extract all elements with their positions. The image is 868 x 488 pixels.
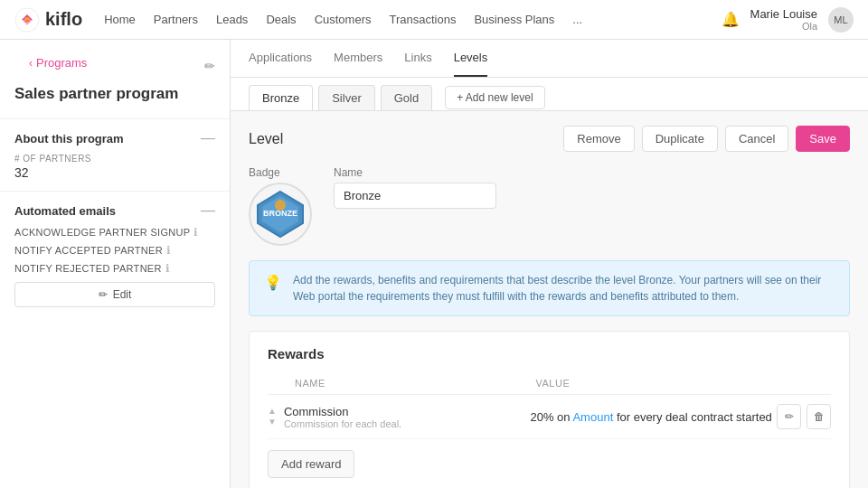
rewards-section: Rewards NAME VALUE ▲ ▼ Commission Commis… <box>249 331 850 488</box>
about-section-title: About this program <box>14 132 124 145</box>
left-sidebar: ‹ Programs ✏ Sales partner program About… <box>0 40 231 488</box>
name-label: Name <box>334 166 496 179</box>
info-box: 💡 Add the rewards, benefits and requirem… <box>249 260 850 316</box>
name-input[interactable] <box>334 183 496 209</box>
level-header: Level Remove Duplicate Cancel Save <box>249 126 850 152</box>
reward-edit-button[interactable]: ✏ <box>777 404 801 429</box>
nav-links: Home Partners Leads Deals Customers Tran… <box>104 13 721 26</box>
info-text: Add the rewards, benefits and requiremen… <box>293 272 835 305</box>
program-title: Sales partner program <box>0 84 230 118</box>
rewards-col-value: VALUE <box>536 378 778 389</box>
sort-down-icon[interactable]: ▼ <box>268 418 277 427</box>
emails-section-title: Automated emails <box>14 204 116 218</box>
emails-section-header: Automated emails — <box>14 202 215 219</box>
reward-name: Commission <box>284 405 531 418</box>
edit-pencil-icon: ✏ <box>99 288 108 301</box>
email-item-3: NOTIFY REJECTED PARTNER ℹ <box>14 262 215 275</box>
reward-sub: Commission for each deal. <box>284 418 531 429</box>
user-name: Marie Louise <box>750 7 817 21</box>
rewards-title: Rewards <box>268 346 831 361</box>
email-label-3: NOTIFY REJECTED PARTNER <box>14 263 162 274</box>
sort-up-icon[interactable]: ▲ <box>268 407 277 416</box>
about-section-header: About this program — <box>14 130 215 146</box>
email-info-icon-2[interactable]: ℹ <box>166 244 171 257</box>
info-lightbulb-icon: 💡 <box>264 274 282 291</box>
reward-row-actions: ✏ 🗑 <box>777 404 831 429</box>
back-label: Programs <box>36 56 87 70</box>
avatar: ML <box>828 7 854 33</box>
sidebar-header-row: ‹ Programs ✏ <box>0 51 230 84</box>
name-field-group: Name <box>334 166 496 209</box>
email-label-1: ACKNOWLEDGE PARTNER SIGNUP <box>14 227 190 238</box>
email-info-icon-1[interactable]: ℹ <box>193 226 198 239</box>
partners-count: 32 <box>14 165 215 180</box>
svg-point-5 <box>275 200 286 211</box>
email-info-icon-3[interactable]: ℹ <box>165 262 170 275</box>
nav-partners[interactable]: Partners <box>154 13 198 26</box>
add-level-button[interactable]: + Add new level <box>445 86 544 109</box>
bronze-badge-svg: BRONZE <box>253 187 307 241</box>
back-arrow-icon: ‹ <box>29 57 33 70</box>
email-label-2: NOTIFY ACCEPTED PARTNER <box>14 245 163 256</box>
about-section: About this program — # OF PARTNERS 32 <box>0 118 230 191</box>
emails-toggle[interactable]: — <box>201 202 215 219</box>
top-nav: kiflo Home Partners Leads Deals Customer… <box>0 0 868 40</box>
email-item-1: ACKNOWLEDGE PARTNER SIGNUP ℹ <box>14 226 215 239</box>
rewards-table-header: NAME VALUE <box>268 372 831 395</box>
badge-container[interactable]: BRONZE <box>249 183 312 246</box>
nav-right: 🔔 Marie Louise Ola ML <box>722 7 854 33</box>
add-reward-button[interactable]: Add reward <box>268 450 354 478</box>
user-info: Marie Louise Ola <box>750 7 817 32</box>
level-form: Badge BRONZE Name <box>249 166 850 246</box>
nav-more[interactable]: ... <box>572 13 582 26</box>
partners-label: # OF PARTNERS <box>14 154 215 164</box>
reward-value-cell: 20% on Amount for every deal contract st… <box>530 410 777 424</box>
content-area: ‹ Programs ✏ Sales partner program About… <box>0 40 868 488</box>
level-title: Level <box>249 131 283 147</box>
level-tab-gold[interactable]: Gold <box>381 85 432 110</box>
edit-button[interactable]: ✏ Edit <box>14 282 215 307</box>
about-toggle[interactable]: — <box>201 130 215 146</box>
nav-leads[interactable]: Leads <box>216 13 248 26</box>
nav-business-plans[interactable]: Business Plans <box>474 13 554 26</box>
rewards-col-actions <box>777 378 831 389</box>
badge-label: Badge <box>249 166 312 179</box>
duplicate-button[interactable]: Duplicate <box>642 126 718 152</box>
nav-home[interactable]: Home <box>104 13 136 26</box>
email-item-2: NOTIFY ACCEPTED PARTNER ℹ <box>14 244 215 257</box>
level-tabs: Bronze Silver Gold + Add new level <box>231 78 868 111</box>
add-level-label: + Add new level <box>457 91 533 104</box>
rewards-col-name: NAME <box>295 378 536 389</box>
nav-transactions[interactable]: Transactions <box>389 13 456 26</box>
bell-icon[interactable]: 🔔 <box>722 11 740 28</box>
remove-button[interactable]: Remove <box>563 126 634 152</box>
nav-deals[interactable]: Deals <box>266 13 296 26</box>
sort-arrows: ▲ ▼ <box>268 407 277 427</box>
table-row: ▲ ▼ Commission Commission for each deal.… <box>268 395 831 439</box>
tab-members[interactable]: Members <box>334 40 382 77</box>
tab-links[interactable]: Links <box>404 40 431 77</box>
level-section: Level Remove Duplicate Cancel Save Badge <box>231 111 868 488</box>
reward-value-suffix: for every deal contract started <box>613 410 772 424</box>
save-button[interactable]: Save <box>796 126 850 152</box>
level-tab-silver[interactable]: Silver <box>318 85 375 110</box>
reward-name-cell: Commission Commission for each deal. <box>284 405 531 429</box>
reward-value-prefix: 20% on <box>530 410 572 424</box>
level-tab-bronze[interactable]: Bronze <box>249 85 313 110</box>
reward-delete-button[interactable]: 🗑 <box>807 404 831 429</box>
back-to-programs[interactable]: ‹ Programs <box>14 51 101 75</box>
badge-field-group: Badge BRONZE <box>249 166 312 246</box>
tab-bar: Applications Members Links Levels <box>231 40 868 78</box>
action-buttons: Remove Duplicate Cancel Save <box>563 126 850 152</box>
main-content: Applications Members Links Levels Bronze… <box>231 40 868 488</box>
reward-value-link[interactable]: Amount <box>572 410 613 424</box>
edit-icon[interactable]: ✏ <box>204 59 215 73</box>
logo-text: kiflo <box>45 9 82 30</box>
tab-levels[interactable]: Levels <box>454 40 488 77</box>
edit-label: Edit <box>113 288 132 301</box>
tab-applications[interactable]: Applications <box>249 40 312 77</box>
user-role: Ola <box>802 21 817 32</box>
emails-section: Automated emails — ACKNOWLEDGE PARTNER S… <box>0 191 230 318</box>
nav-customers[interactable]: Customers <box>315 13 372 26</box>
cancel-button[interactable]: Cancel <box>725 126 788 152</box>
